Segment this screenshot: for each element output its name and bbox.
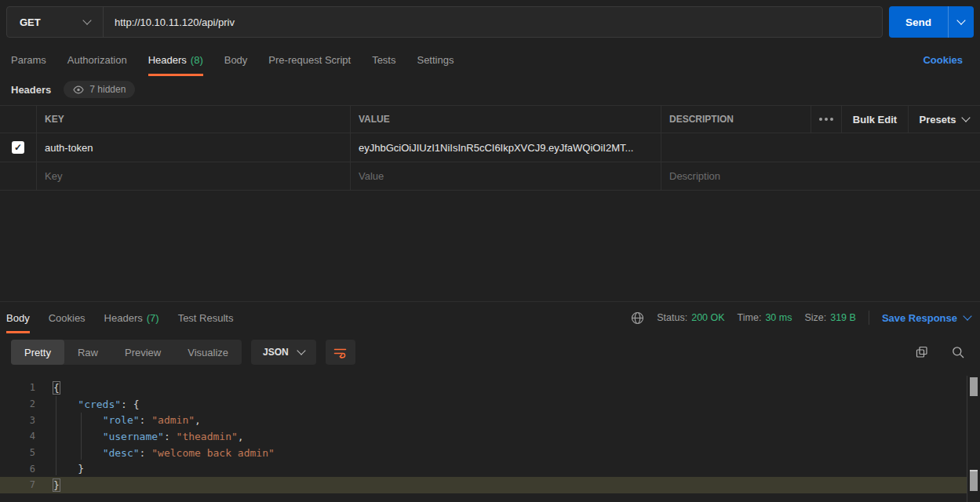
tab-label: Body: [6, 312, 30, 324]
code-lines: 1{2 "creds": {3 "role": "admin",4 "usern…: [0, 380, 967, 493]
headers-panel-title: Headers: [11, 84, 51, 96]
cookies-label: Cookies: [923, 54, 963, 66]
view-label: Pretty: [24, 347, 51, 358]
send-button[interactable]: Send: [889, 6, 948, 38]
url-group: GET: [6, 6, 883, 38]
tab-test-results[interactable]: Test Results: [178, 302, 234, 333]
status-value: 200 OK: [691, 312, 724, 323]
search-icon[interactable]: [952, 346, 964, 358]
more-options-icon: [819, 118, 833, 121]
code-text: "desc": "welcome back admin": [53, 447, 275, 459]
headers-toolbar: Headers 7 hidden: [11, 79, 135, 100]
response-headers-count-badge: (7): [147, 312, 159, 324]
tab-response-headers[interactable]: Headers (7): [104, 302, 159, 333]
scrollbar-track: [967, 376, 967, 502]
code-line: 6 }: [0, 460, 967, 477]
header-description-cell[interactable]: [661, 133, 980, 162]
key-placeholder-cell[interactable]: Key: [37, 162, 351, 190]
header-value-cell[interactable]: eyJhbGciOiJIUzI1NiIsInR5cCI6IkpXVCJ9.eyJ…: [351, 133, 661, 162]
tab-authorization[interactable]: Authorization: [67, 44, 127, 76]
size-label: Size:: [804, 312, 826, 323]
view-preview-button[interactable]: Preview: [111, 340, 174, 365]
select-all-cell: [0, 106, 37, 133]
hidden-headers-label: 7 hidden: [89, 84, 126, 95]
wrap-text-icon: [333, 347, 347, 358]
tab-label: Body: [224, 54, 248, 66]
view-label: Visualize: [188, 347, 228, 358]
header-key-cell[interactable]: auth-token: [37, 133, 351, 162]
tab-label: Cookies: [49, 312, 86, 324]
url-input[interactable]: [104, 7, 882, 37]
presets-dropdown[interactable]: Presets: [909, 106, 980, 133]
value-placeholder-cell[interactable]: Value: [351, 162, 661, 190]
tab-headers[interactable]: Headers (8): [148, 44, 203, 76]
table-row-empty: Key Value Description: [0, 162, 980, 191]
scrollbar-thumb[interactable]: [970, 470, 978, 491]
row-checkbox-cell: [0, 133, 37, 162]
tab-tests[interactable]: Tests: [372, 44, 395, 76]
tab-settings[interactable]: Settings: [417, 44, 454, 76]
tab-body[interactable]: Body: [224, 44, 248, 76]
row-checkbox[interactable]: [12, 141, 24, 154]
view-visualize-button[interactable]: Visualize: [174, 340, 242, 365]
more-options-button[interactable]: [811, 106, 842, 133]
tab-label: Pre-request Script: [268, 54, 351, 66]
copy-icon[interactable]: [916, 346, 928, 358]
format-dropdown[interactable]: JSON: [251, 340, 316, 365]
response-meta: Status: 200 OK Time: 30 ms Size: 319 B S…: [631, 302, 980, 333]
view-mode-segmented-control: Pretty Raw Preview Visualize: [11, 340, 242, 365]
tab-params[interactable]: Params: [11, 44, 46, 76]
time-label: Time:: [738, 312, 762, 323]
send-options-button[interactable]: [948, 6, 974, 38]
scrollbar-thumb[interactable]: [970, 377, 978, 396]
chevron-down-icon: [956, 16, 965, 24]
cookies-link[interactable]: Cookies: [923, 44, 963, 76]
code-text: }: [53, 463, 84, 475]
chevron-down-icon: [962, 113, 971, 122]
code-text: "role": "admin",: [53, 414, 201, 426]
method-label: GET: [20, 16, 41, 28]
column-key: KEY: [37, 106, 351, 133]
send-button-group: Send: [889, 6, 974, 38]
code-text: }: [53, 479, 60, 491]
response-body-editor[interactable]: 1{2 "creds": {3 "role": "admin",4 "usern…: [0, 376, 980, 502]
chevron-down-icon: [82, 16, 91, 24]
network-globe-icon[interactable]: [631, 311, 644, 325]
description-placeholder-cell[interactable]: Description: [661, 162, 980, 190]
bulk-edit-button[interactable]: Bulk Edit: [842, 106, 909, 133]
table-row: auth-token eyJhbGciOiJIUzI1NiIsInR5cCI6I…: [0, 133, 980, 162]
presets-label: Presets: [920, 114, 956, 126]
response-action-icons: [916, 333, 964, 371]
column-description: DESCRIPTION: [661, 106, 811, 133]
hidden-headers-toggle[interactable]: 7 hidden: [64, 81, 135, 98]
tab-label: Settings: [417, 54, 454, 66]
line-number: 5: [0, 447, 35, 458]
response-view-toolbar: Pretty Raw Preview Visualize JSON: [0, 333, 980, 371]
line-number: 1: [0, 382, 35, 393]
status-badge: Status: 200 OK: [657, 312, 724, 323]
line-number: 2: [0, 398, 35, 409]
tab-label: Headers: [148, 54, 187, 66]
tab-label: Tests: [372, 54, 395, 66]
tab-label: Authorization: [67, 54, 127, 66]
chevron-down-icon: [297, 346, 305, 355]
wrap-text-button[interactable]: [326, 340, 355, 365]
line-number: 7: [0, 479, 35, 490]
view-raw-button[interactable]: Raw: [64, 340, 111, 365]
code-line: 1{: [0, 380, 967, 396]
tab-response-body[interactable]: Body: [6, 302, 30, 333]
tab-pre-request-script[interactable]: Pre-request Script: [268, 44, 351, 76]
view-pretty-button[interactable]: Pretty: [11, 340, 64, 365]
save-response-button[interactable]: Save Response: [882, 312, 971, 324]
line-number: 3: [0, 415, 35, 426]
code-text: "creds": {: [53, 398, 140, 410]
code-line: 2 "creds": {: [0, 396, 967, 413]
indent-guide: [81, 413, 82, 460]
response-panel: Body Cookies Headers (7) Test Results St…: [0, 301, 980, 502]
save-response-label: Save Response: [882, 312, 957, 324]
column-value: VALUE: [351, 106, 661, 133]
line-number: 4: [0, 431, 35, 442]
method-dropdown[interactable]: GET: [7, 7, 104, 37]
tab-response-cookies[interactable]: Cookies: [49, 302, 86, 333]
size-value: 319 B: [830, 312, 856, 323]
